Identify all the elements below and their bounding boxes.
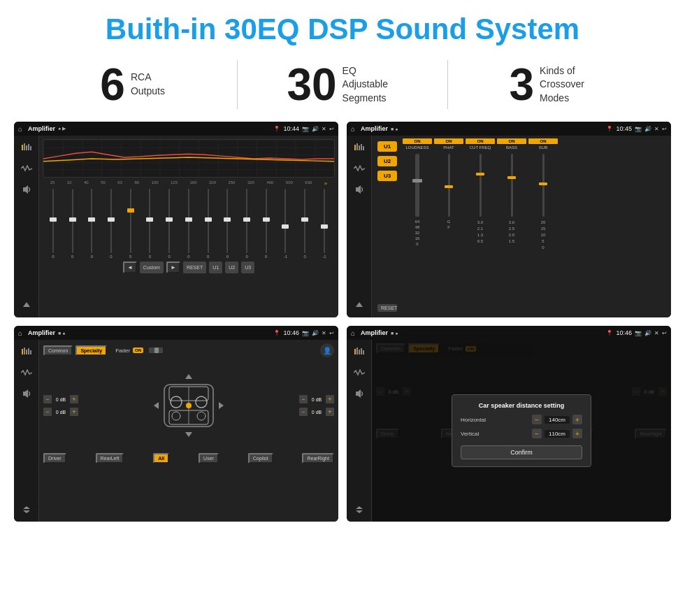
ch-bass-on[interactable]: ON [497, 138, 526, 144]
eq-icon[interactable] [19, 141, 34, 154]
vol-icon-3: 🔊 [312, 330, 319, 336]
reset-btn-mixer[interactable]: RESET [377, 304, 397, 312]
svg-rect-4 [30, 146, 31, 150]
eq-slider-1[interactable]: 0 [68, 189, 78, 259]
ch-loudness-on[interactable]: ON [403, 138, 432, 144]
driver-btn[interactable]: Driver [43, 453, 66, 464]
eq-slider-7[interactable]: 0 [184, 189, 194, 259]
vol-minus-fl[interactable]: − [43, 395, 52, 403]
pin-icon-3: 📍 [273, 330, 280, 336]
eq-slider-2[interactable]: 0 [87, 189, 96, 259]
eq-slider-14[interactable]: -1 [319, 189, 329, 259]
wave-icon[interactable] [19, 162, 34, 175]
vol-plus-rl[interactable]: + [70, 408, 78, 416]
rearleft-btn[interactable]: RearLeft [96, 453, 124, 464]
ch-cutfreq-slider[interactable] [480, 154, 482, 217]
svg-rect-19 [30, 350, 31, 354]
back-icon-2[interactable]: ↩ [662, 126, 667, 132]
arrows-icon-4[interactable] [352, 503, 367, 516]
time-3: 10:46 [283, 329, 299, 336]
arrows-icon-3[interactable] [19, 503, 34, 516]
speaker-icon-2[interactable] [352, 183, 367, 196]
eq-slider-13[interactable]: 0 [300, 189, 310, 259]
u3-btn[interactable]: U3 [377, 171, 397, 181]
ch-bass-slider[interactable] [511, 154, 513, 217]
eq-slider-8[interactable]: 0 [203, 189, 213, 259]
eq-icon-4[interactable] [352, 345, 367, 358]
horizontal-ctrl: − 140cm + [532, 415, 582, 424]
all-btn[interactable]: All [153, 453, 169, 464]
screen2-title: Amplifier [361, 125, 388, 132]
ch-cutfreq-on[interactable]: ON [466, 138, 495, 144]
eq-u1-btn[interactable]: U1 [209, 262, 222, 273]
wave-icon-2[interactable] [352, 162, 367, 175]
svg-rect-8 [354, 145, 356, 150]
speaker-icon-3[interactable] [19, 387, 34, 400]
vol-ctrl-rl: − 0 dB + [43, 408, 78, 416]
play-icon-1: ● ▶ [58, 126, 66, 131]
eq-slider-0[interactable]: 0 [48, 189, 58, 259]
home-icon-3[interactable]: ⌂ [18, 329, 22, 337]
eq-slider-5[interactable]: 0 [145, 189, 154, 259]
eq-u3-btn[interactable]: U3 [241, 262, 254, 273]
eq-u2-btn[interactable]: U2 [225, 262, 238, 273]
arrow-icon[interactable] [19, 299, 34, 312]
rearright-btn[interactable]: RearRight [302, 453, 334, 464]
confirm-button[interactable]: Confirm [461, 445, 582, 459]
stat-desc-eq: EQ Adjustable Segments [342, 64, 398, 106]
u2-btn[interactable]: U2 [377, 156, 397, 166]
ch-sub-slider[interactable] [542, 154, 545, 217]
horizontal-value: 140cm [545, 416, 570, 424]
eq-slider-10[interactable]: 0 [242, 189, 252, 259]
wave-icon-4[interactable] [352, 366, 367, 379]
vol-plus-rr[interactable]: + [326, 408, 334, 416]
speaker-icon[interactable] [19, 183, 34, 196]
eq-slider-11[interactable]: 0 [261, 189, 271, 259]
vol-minus-rr[interactable]: − [299, 408, 308, 416]
horizontal-plus-btn[interactable]: + [572, 415, 582, 424]
time-1: 10:44 [283, 125, 299, 132]
eq-slider-6[interactable]: 0 [164, 189, 174, 259]
eq-preset-btn[interactable]: Custom [140, 262, 164, 273]
ch-sub-on[interactable]: ON [528, 138, 558, 144]
back-icon-1[interactable]: ↩ [329, 126, 334, 132]
eq-icon-2[interactable] [352, 141, 367, 154]
wave-icon-3[interactable] [19, 366, 34, 379]
back-icon-4[interactable]: ↩ [662, 330, 667, 336]
ch-bass: ON BASS 3.02.52.01.5 [497, 138, 526, 315]
eq-slider-3[interactable]: 0 [106, 189, 116, 259]
back-icon-3[interactable]: ↩ [329, 330, 334, 336]
eq-prev-btn[interactable]: ◄ [123, 262, 137, 273]
eq-icon-3[interactable] [19, 345, 34, 358]
eq-slider-4[interactable]: 5 [126, 189, 136, 259]
home-icon-4[interactable]: ⌂ [351, 329, 355, 337]
ch-phat-slider[interactable] [448, 154, 450, 217]
eq-reset-btn[interactable]: RESET [183, 262, 206, 273]
vol-minus-fr[interactable]: − [299, 395, 308, 403]
speaker-icon-4[interactable] [352, 387, 367, 400]
vol-minus-rl[interactable]: − [43, 408, 52, 416]
eq-slider-9[interactable]: 0 [222, 189, 232, 259]
arrow-icon-2[interactable] [352, 299, 367, 312]
home-icon-1[interactable]: ⌂ [18, 125, 22, 133]
vertical-plus-btn[interactable]: + [572, 429, 582, 438]
screen4-body: Common Specialty Fader ON − 0 dB + [347, 340, 671, 522]
svg-rect-16 [24, 348, 25, 354]
u1-btn[interactable]: U1 [377, 141, 397, 152]
common-tab[interactable]: Common [43, 345, 73, 356]
ch-phat-on[interactable]: ON [434, 138, 463, 144]
screen-crossover: ⌂ Amplifier ■ ● 📍 10:46 📷 🔊 ✕ ↩ [14, 326, 338, 522]
vol-plus-fr[interactable]: + [326, 395, 334, 403]
status-bar-2: ⌂ Amplifier ■ ● 📍 10:45 📷 🔊 ✕ ↩ [347, 122, 671, 136]
svg-rect-39 [361, 348, 362, 354]
user-btn[interactable]: User [199, 453, 219, 464]
copilot-btn[interactable]: Copilot [248, 453, 273, 464]
specialty-tab[interactable]: Specialty [75, 345, 107, 356]
eq-play-btn[interactable]: ► [166, 262, 180, 273]
horizontal-minus-btn[interactable]: − [532, 415, 542, 424]
vertical-minus-btn[interactable]: − [532, 429, 542, 438]
eq-slider-12[interactable]: -1 [280, 189, 290, 259]
vol-plus-fl[interactable]: + [70, 395, 78, 403]
home-icon-2[interactable]: ⌂ [351, 125, 355, 133]
ch-loudness-slider[interactable] [415, 154, 419, 217]
